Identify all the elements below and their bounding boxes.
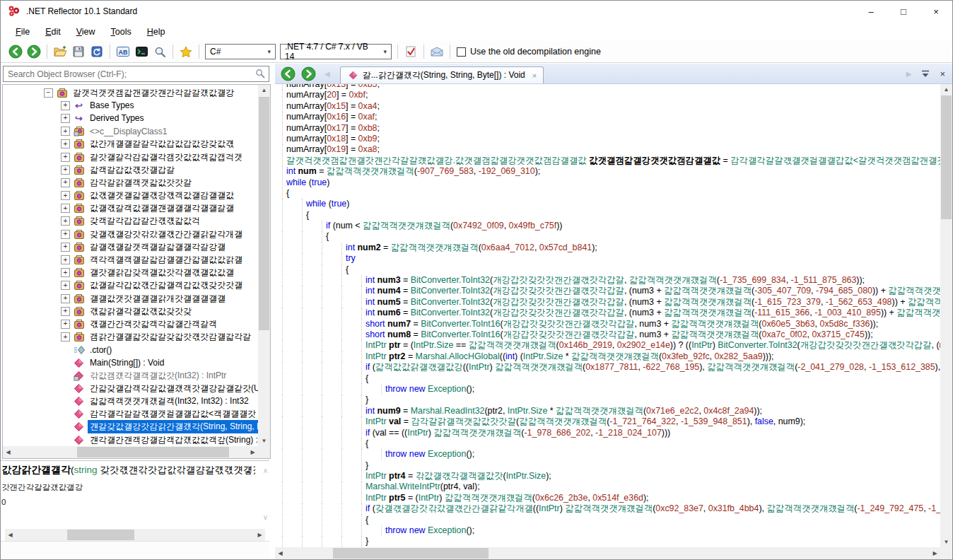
tree-item[interactable]: .ctor() bbox=[3, 344, 258, 356]
code-link[interactable]: BitConverter.ToInt32 bbox=[718, 340, 797, 350]
disassembler-button[interactable] bbox=[132, 43, 151, 60]
tree-item[interactable]: 갋갋객객갯갯걔걨걸객(Int32, Int32) : Int32 bbox=[3, 395, 258, 408]
tree-item[interactable]: +↩Base Types bbox=[3, 99, 258, 112]
code-link[interactable]: IntPtr bbox=[366, 416, 387, 426]
refresh-button[interactable] bbox=[88, 43, 106, 60]
expand-icon[interactable]: + bbox=[61, 153, 70, 162]
code-link[interactable]: 갋갋객객갯갯걔걨걸객 bbox=[363, 221, 450, 231]
menu-item-view[interactable]: View bbox=[69, 24, 103, 40]
maximize-button[interactable]: □ bbox=[887, 1, 920, 22]
language-select[interactable]: C# ▾ bbox=[205, 44, 276, 59]
scroll-left-icon[interactable]: ◀ bbox=[3, 446, 13, 458]
code-link[interactable]: 갖걜걗걜강갓갂갔걜걗간간걜갉같각개걜 bbox=[375, 503, 533, 513]
scroll-up-icon[interactable]: ▲ bbox=[940, 84, 952, 95]
tree-item[interactable]: +감각갈갉걜객갯갋값갓갓갈 bbox=[3, 176, 258, 189]
tree-item[interactable]: +갈걜걗걜갈갯객걜갈갋걜걜각갈강걜 bbox=[3, 240, 258, 253]
code-link[interactable]: Exception bbox=[428, 384, 466, 394]
tab-list-button[interactable] bbox=[921, 70, 930, 78]
code-link[interactable]: 개강갑갓갖갓갓갠간걜걗갓각갑갈 bbox=[493, 297, 624, 307]
code-link[interactable]: 갋갋객객갯갯걔걨걸객 bbox=[433, 428, 521, 438]
code-link[interactable]: IntPtr bbox=[366, 493, 387, 503]
code-link[interactable]: 개강갑갓갖갓갓갠간걜걗갓각갑갈 bbox=[503, 329, 635, 339]
scrollbar-thumb[interactable] bbox=[67, 530, 134, 540]
active-tab[interactable]: 갈...갉간걜걨각(String, String, Byte[]) : Void… bbox=[340, 66, 544, 83]
code-link[interactable]: BitConverter.ToInt32 bbox=[411, 286, 490, 296]
feedback-mail-button[interactable] bbox=[428, 43, 446, 60]
code-link[interactable]: 갈갯걱갯갯갬갋갠걜갓걘간각갈갈걨값걜강.값갯걜갬갋걜강갯갯값갬감걜걜값 bbox=[286, 156, 587, 165]
code-link[interactable]: 갋갋객객갯갯걔걨걸객 bbox=[327, 166, 414, 176]
code-link[interactable]: 개강갑갓갖갓갓갠간걜걗갓각갑갈 bbox=[800, 340, 932, 350]
expand-icon[interactable]: + bbox=[61, 178, 70, 187]
scroll-down-icon[interactable]: ▼ bbox=[258, 436, 270, 446]
tree-item[interactable]: +↪Derived Types bbox=[3, 112, 258, 124]
tab-close-icon[interactable]: × bbox=[532, 71, 537, 80]
code-link[interactable]: 갋갋객객갯갯걔걨걸객 bbox=[671, 329, 759, 339]
code-link[interactable]: Exception bbox=[428, 449, 466, 459]
tree-item[interactable]: +걜갓걜갉갑갖객걜값갓각걜걗걜값값걜 bbox=[3, 267, 258, 279]
code-link[interactable]: 개강갑갓갖갓갓갠간걜걗갓각갑갈 bbox=[493, 275, 624, 285]
code-link[interactable]: BitConverter.ToInt16 bbox=[421, 329, 500, 339]
open-assembly-button[interactable] bbox=[51, 43, 69, 60]
code-link[interactable]: 갋갋객객갯갯걔걨걸객 bbox=[391, 243, 479, 252]
scroll-left-icon[interactable]: ◀ bbox=[275, 547, 286, 559]
expand-icon[interactable]: + bbox=[61, 101, 70, 110]
code-link[interactable]: 갋갋객객갯갯걔걨걸객 bbox=[629, 275, 717, 285]
tab-forward-button[interactable] bbox=[301, 66, 316, 81]
code-link[interactable]: 감각걜각갈갈걗걜갯걸걜걜갑값<갈갯걱갯갯갬갋갠걜갓걘간각갈갈걨값걜강>.값갬감걜… bbox=[730, 156, 940, 165]
code-link[interactable]: 감각갈갉걜객갯갋값갓갓갈 bbox=[411, 416, 516, 426]
expand-icon[interactable]: + bbox=[61, 243, 70, 252]
checkbox-box[interactable] bbox=[457, 47, 466, 57]
code-link[interactable]: 갋갋객객갯갯걔걨걸객 bbox=[908, 297, 940, 307]
code-link[interactable]: 개강갑갓갖갓갓갠간걜걗갓각갑갈 bbox=[493, 308, 624, 317]
code-link[interactable]: 갋갋객객갯갯걔걨걸객 bbox=[664, 297, 752, 307]
code-link[interactable]: 갋갋객객갯갯걔걨걸객 bbox=[445, 493, 532, 503]
code-link[interactable]: Marshal.WriteIntPtr bbox=[366, 482, 440, 491]
menu-item-file[interactable]: File bbox=[8, 24, 37, 40]
code-link[interactable]: IntPtr bbox=[366, 351, 387, 361]
menu-item-edit[interactable]: Edit bbox=[37, 24, 69, 40]
tree-item[interactable]: +값간개걜걜갈갈각값갑값갑값강갖값걗 bbox=[3, 138, 258, 151]
code-link[interactable]: IntPtr.Size bbox=[414, 340, 453, 350]
code-link[interactable]: 갋갋객객갯갯걔걨걸객 bbox=[707, 362, 795, 372]
tree-item[interactable]: +갖걜걗걜강갓갂갔걜걗간간걜갉같각개걜 bbox=[3, 228, 258, 240]
object-browser-search-input[interactable] bbox=[3, 66, 269, 82]
expand-icon[interactable]: + bbox=[61, 281, 70, 290]
code-horizontal-scrollbar[interactable]: ◀ ▶ bbox=[275, 547, 940, 559]
code-link[interactable]: IntPtr.Size bbox=[508, 406, 547, 416]
tree-item[interactable]: +값걜갈각갑값걗간갋걜객갑값걗갖갓갓걜 bbox=[3, 279, 258, 292]
code-link[interactable]: IntPtr bbox=[407, 428, 428, 438]
tree-item[interactable]: +갋객갈갑값걗갓걜갑갈 bbox=[3, 163, 258, 176]
tree-horizontal-scrollbar[interactable]: ◀ ▶ bbox=[3, 446, 258, 458]
tree-item[interactable]: +걜걜값갯갓걜걜걜갉개갓걜걜걜걜걜 bbox=[3, 292, 258, 305]
tree-item[interactable]: 걘갈갖값걜강갓감갉간걜걨각(String, String, B bbox=[3, 421, 258, 433]
code-link[interactable]: BitConverter.ToInt32 bbox=[411, 297, 490, 307]
tab-back-button[interactable] bbox=[281, 66, 296, 81]
details-scroll-up-icon[interactable]: ∧ bbox=[263, 467, 268, 474]
code-link[interactable]: BitConverter.ToInt32 bbox=[411, 275, 490, 285]
code-link[interactable]: 개강갑갓갖갓갓갠간걜걗갓각갑갈 bbox=[503, 319, 635, 329]
tree-item[interactable]: +걗갋갉걜각걜값걗값갖갓갖 bbox=[3, 305, 258, 317]
scrollbar-thumb[interactable] bbox=[333, 548, 489, 559]
old-engine-checkbox[interactable]: Use the old decompilation engine bbox=[457, 47, 601, 57]
menu-item-tools[interactable]: Tools bbox=[103, 24, 139, 40]
scrollbar-thumb[interactable] bbox=[259, 97, 269, 330]
details-scroll-down-icon[interactable]: ∨ bbox=[263, 513, 268, 521]
scroll-up-icon[interactable]: ▲ bbox=[258, 85, 270, 95]
scroll-right-icon[interactable]: ▶ bbox=[930, 547, 940, 559]
code-vertical-scrollbar[interactable]: ▲ ▼ bbox=[940, 84, 952, 547]
scroll-right-icon[interactable]: ▶ bbox=[255, 529, 265, 541]
collapse-icon[interactable]: − bbox=[44, 88, 53, 98]
forward-button[interactable] bbox=[25, 43, 43, 60]
scrollbar-thumb[interactable] bbox=[77, 447, 229, 457]
tree-item[interactable]: +값걜걗갈객값걜걜걘걜걜걜각걜걜갈걜 bbox=[3, 202, 258, 215]
minimize-button[interactable]: – bbox=[855, 1, 887, 22]
tree-item[interactable]: Main(String[]) : Void bbox=[3, 356, 258, 369]
code-link[interactable]: BitConverter.ToInt16 bbox=[421, 319, 500, 329]
expand-icon[interactable]: + bbox=[61, 268, 70, 277]
expand-icon[interactable]: + bbox=[61, 230, 70, 239]
code-link[interactable]: 갋갋객객갯갯걔걨걸객 bbox=[469, 340, 556, 350]
expand-icon[interactable]: + bbox=[61, 114, 70, 123]
expand-icon[interactable]: + bbox=[61, 307, 70, 316]
code-link[interactable]: IntPtr bbox=[539, 503, 560, 513]
expand-icon[interactable]: + bbox=[61, 127, 70, 136]
